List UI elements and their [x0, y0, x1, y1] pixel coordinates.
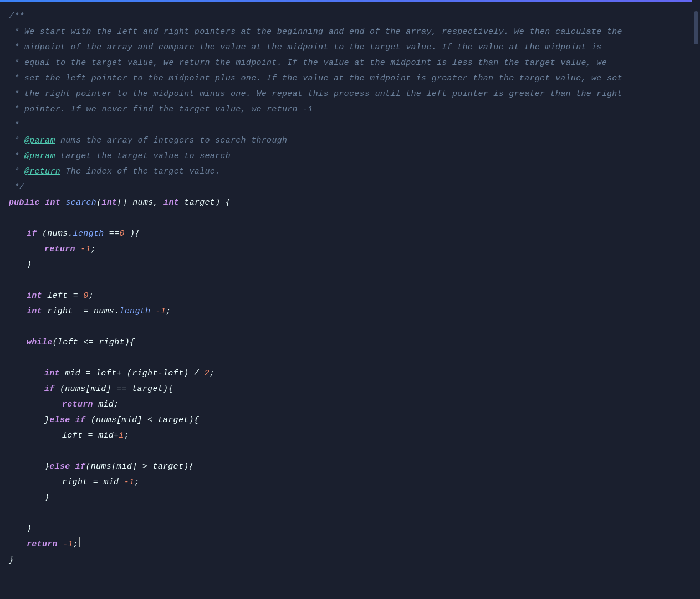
code-line: * set the left pointer to the midpoint p…: [0, 71, 700, 87]
code-line: }else if(nums[mid] > target){: [0, 459, 700, 475]
code-line: return -1;: [0, 537, 700, 552]
top-border: [0, 0, 700, 2]
code-line: * We start with the left and right point…: [0, 24, 700, 40]
code-line: if (nums.length ==0 ){: [0, 226, 700, 242]
code-line: * midpoint of the array and compare the …: [0, 40, 700, 55]
code-line: }: [0, 257, 700, 273]
code-line: }: [0, 552, 700, 568]
code-line: [0, 444, 700, 459]
code-line: [0, 211, 700, 226]
code-line: * pointer. If we never find the target v…: [0, 102, 700, 118]
code-line: [0, 273, 700, 288]
code-line: }: [0, 490, 700, 506]
code-line: right = mid -1;: [0, 475, 700, 490]
code-line: public int search(int[] nums, int target…: [0, 195, 700, 211]
code-line: [0, 351, 700, 366]
code-line: while(left <= right){: [0, 335, 700, 351]
code-line: }: [0, 521, 700, 537]
code-line: }else if (nums[mid] < target){: [0, 413, 700, 428]
code-line: int left = 0;: [0, 288, 700, 304]
code-line: * @param nums the array of integers to s…: [0, 133, 700, 149]
code-line: *: [0, 118, 700, 133]
code-line: return -1;: [0, 242, 700, 257]
scrollbar-track[interactable]: [692, 0, 700, 599]
code-line: [0, 319, 700, 335]
code-line: /**: [0, 9, 700, 24]
code-line: */: [0, 180, 700, 195]
code-line: * equal to the target value, we return t…: [0, 55, 700, 71]
code-line: [0, 506, 700, 521]
code-line: if (nums[mid] == target){: [0, 382, 700, 397]
code-editor[interactable]: /** * We start with the left and right p…: [0, 0, 700, 599]
code-line: left = mid+1;: [0, 428, 700, 444]
code-line: int mid = left+ (right-left) / 2;: [0, 366, 700, 382]
scrollbar-thumb[interactable]: [694, 11, 698, 44]
code-line: return mid;: [0, 397, 700, 413]
code-line: * the right pointer to the midpoint minu…: [0, 87, 700, 102]
text-cursor: [79, 537, 80, 547]
code-line: int right = nums.length -1;: [0, 304, 700, 319]
code-line: * @param target the target value to sear…: [0, 149, 700, 164]
code-line: * @return The index of the target value.: [0, 164, 700, 180]
